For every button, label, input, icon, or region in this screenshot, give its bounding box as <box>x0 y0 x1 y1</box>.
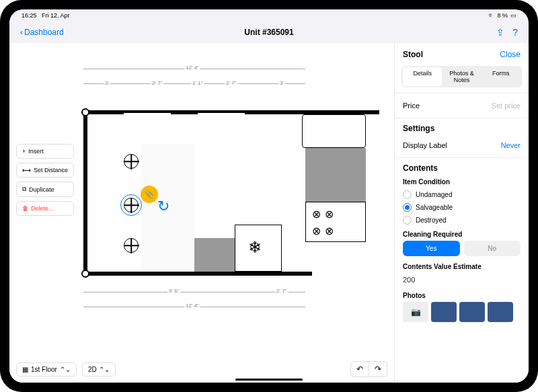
share-icon[interactable]: ⇪ <box>496 27 504 38</box>
status-bar: 16:25 Fri 12. Apr ᯤ8 %▭ <box>9 9 529 22</box>
layers-icon: ▦ <box>22 366 28 373</box>
stool-object-selected[interactable] <box>124 198 139 212</box>
duplicate-icon: ⧉ <box>22 186 26 193</box>
duplicate-button[interactable]: ⧉Duplicate <box>16 182 74 197</box>
snowflake-icon: ❄ <box>248 238 262 257</box>
tab-photos-notes[interactable]: Photos & Notes <box>442 67 481 86</box>
camera-icon: 📷 <box>411 307 421 317</box>
home-indicator[interactable] <box>235 379 303 381</box>
attachment-badge[interactable]: 📎 <box>141 186 158 203</box>
nav-bar: ‹Dashboard Unit #365091 ⇪ ? <box>9 22 529 43</box>
chevron-updown-icon: ⌃⌄ <box>60 366 71 373</box>
photo-thumbnail[interactable] <box>459 302 485 322</box>
photo-thumbnail[interactable] <box>431 302 457 322</box>
ruler-icon: ⟷ <box>22 167 31 173</box>
delete-button[interactable]: 🗑Delete... <box>16 201 74 216</box>
settings-heading: Settings <box>403 124 521 133</box>
set-distance-button[interactable]: ⟷Set Distance <box>16 163 74 178</box>
add-photo-button[interactable]: 📷 <box>403 302 428 322</box>
inspector-title: Stool <box>403 50 423 59</box>
view-toggle[interactable]: 2D⌃⌄ <box>82 362 116 377</box>
condition-salvageable[interactable]: Salvageable <box>403 201 521 214</box>
floor-plan-canvas[interactable]: 12' 4" 3' 2' 7" 1' 1" 2' 7" 3' <box>9 43 394 383</box>
photo-thumbnail[interactable] <box>488 302 513 322</box>
inspector-sidebar: Stool Close Details Photos & Notes Forms… <box>394 43 529 383</box>
stool-object[interactable] <box>124 238 139 253</box>
plus-icon: + <box>22 148 26 155</box>
insert-button[interactable]: +Insert <box>16 144 74 159</box>
cleaning-yes-button[interactable]: Yes <box>403 241 460 256</box>
undo-button[interactable]: ↶ <box>350 361 369 377</box>
redo-button[interactable]: ↷ <box>369 361 387 377</box>
tab-forms[interactable]: Forms <box>482 67 521 86</box>
close-button[interactable]: Close <box>500 50 521 59</box>
floor-selector[interactable]: ▦1st Floor⌃⌄ <box>16 362 77 377</box>
trash-icon: 🗑 <box>22 205 28 212</box>
page-title: Unit #365091 <box>244 28 293 37</box>
condition-undamaged[interactable]: Undamaged <box>403 188 521 201</box>
back-button[interactable]: ‹Dashboard <box>20 28 64 37</box>
cleaning-no-button[interactable]: No <box>464 241 521 256</box>
display-label-row[interactable]: Display Label Never <box>403 139 521 152</box>
rotate-handle[interactable]: ↻ <box>157 198 169 215</box>
chevron-left-icon: ‹ <box>20 28 23 37</box>
tab-details[interactable]: Details <box>403 67 442 86</box>
chevron-updown-icon: ⌃⌄ <box>99 366 110 373</box>
help-icon[interactable]: ? <box>512 27 518 38</box>
stool-object[interactable] <box>124 154 139 169</box>
contents-heading: Contents <box>403 163 521 173</box>
price-row[interactable]: Price Set price <box>403 99 521 112</box>
value-estimate-input[interactable]: 200 <box>403 273 521 286</box>
condition-destroyed[interactable]: Destroyed <box>403 214 521 227</box>
